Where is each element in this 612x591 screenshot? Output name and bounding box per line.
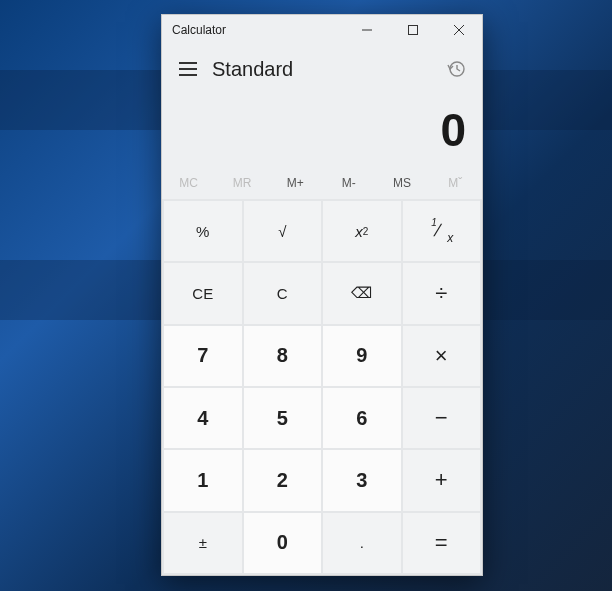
close-button[interactable] <box>436 15 482 45</box>
calculator-window: Calculator Standard 0 MC MR M+ M- MS Mˇ … <box>161 14 483 576</box>
digit-3-button[interactable]: 3 <box>323 450 401 510</box>
memory-add-button[interactable]: M+ <box>269 167 322 199</box>
digit-0-button[interactable]: 0 <box>244 513 322 573</box>
plus-button[interactable]: + <box>403 450 481 510</box>
header: Standard <box>162 45 482 93</box>
digit-2-button[interactable]: 2 <box>244 450 322 510</box>
digit-4-button[interactable]: 4 <box>164 388 242 448</box>
square-button[interactable]: x2 <box>323 201 401 261</box>
memory-row: MC MR M+ M- MS Mˇ <box>162 167 482 199</box>
maximize-button[interactable] <box>390 15 436 45</box>
clear-button[interactable]: C <box>244 263 322 323</box>
divide-button[interactable]: ÷ <box>403 263 481 323</box>
digit-9-button[interactable]: 9 <box>323 326 401 386</box>
memory-recall-button[interactable]: MR <box>215 167 268 199</box>
decimal-button[interactable]: . <box>323 513 401 573</box>
digit-8-button[interactable]: 8 <box>244 326 322 386</box>
digit-6-button[interactable]: 6 <box>323 388 401 448</box>
memory-store-button[interactable]: MS <box>375 167 428 199</box>
percent-button[interactable]: % <box>164 201 242 261</box>
svg-rect-1 <box>409 26 418 35</box>
titlebar: Calculator <box>162 15 482 45</box>
memory-subtract-button[interactable]: M- <box>322 167 375 199</box>
mode-title: Standard <box>208 58 436 81</box>
reciprocal-button[interactable]: 1 / x <box>403 201 481 261</box>
equals-button[interactable]: = <box>403 513 481 573</box>
window-title: Calculator <box>162 23 344 37</box>
backspace-button[interactable]: ⌫ <box>323 263 401 323</box>
memory-clear-button[interactable]: MC <box>162 167 215 199</box>
memory-list-button[interactable]: Mˇ <box>429 167 482 199</box>
plusminus-button[interactable]: ± <box>164 513 242 573</box>
digit-5-button[interactable]: 5 <box>244 388 322 448</box>
result-display: 0 <box>162 93 482 167</box>
minus-button[interactable]: − <box>403 388 481 448</box>
minimize-button[interactable] <box>344 15 390 45</box>
history-button[interactable] <box>436 49 476 89</box>
sqrt-button[interactable]: √ <box>244 201 322 261</box>
clear-entry-button[interactable]: CE <box>164 263 242 323</box>
multiply-button[interactable]: × <box>403 326 481 386</box>
square-base: x <box>355 223 363 240</box>
hamburger-menu-button[interactable] <box>168 49 208 89</box>
digit-7-button[interactable]: 7 <box>164 326 242 386</box>
reciprocal-icon: 1 / x <box>431 221 451 241</box>
keypad: % √ x2 1 / x CE C ⌫ ÷ 7 8 9 × 4 5 6 − 1 … <box>162 199 482 575</box>
square-exp: 2 <box>363 226 369 237</box>
digit-1-button[interactable]: 1 <box>164 450 242 510</box>
